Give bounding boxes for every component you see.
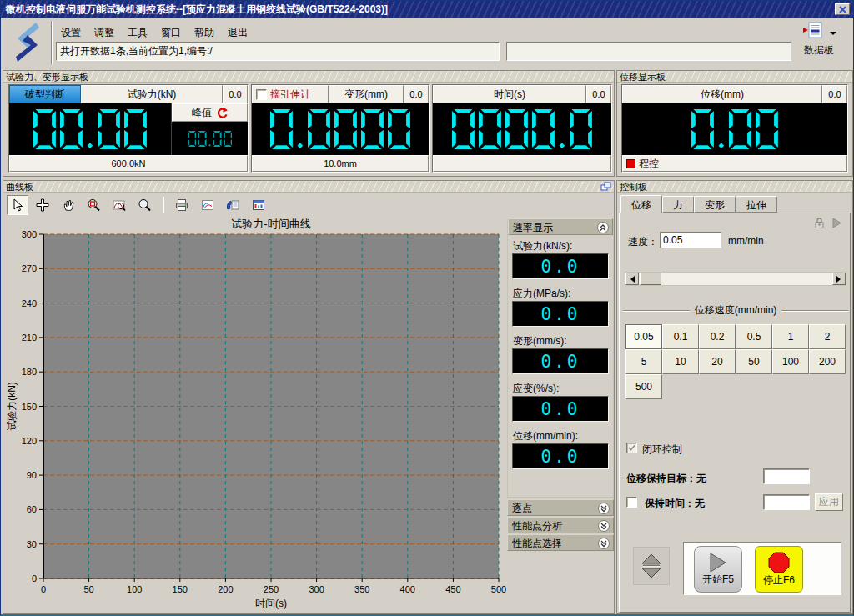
- jog-updown-button[interactable]: [633, 547, 670, 585]
- float-panel-icon[interactable]: [600, 182, 611, 192]
- hold-time-checkbox[interactable]: [626, 497, 637, 508]
- pan-tool-button[interactable]: [58, 195, 79, 215]
- svg-text:时间(s): 时间(s): [255, 598, 287, 609]
- databoard-label: 数据板: [790, 43, 848, 58]
- deform-header-bar: 变形(mm): [329, 85, 404, 103]
- curve-copy-button[interactable]: [222, 195, 244, 215]
- displacement-display: [622, 103, 847, 155]
- tab-deformation[interactable]: 变形: [694, 196, 736, 213]
- svg-text:300: 300: [22, 229, 37, 239]
- chevron-down-double-icon: [600, 504, 608, 513]
- crosshair-icon: [36, 198, 49, 212]
- curve-toolbar: [5, 194, 612, 217]
- svg-text:0: 0: [41, 584, 46, 594]
- rate-collapse-button[interactable]: [597, 222, 609, 233]
- scrollbar-left-button[interactable]: [625, 273, 639, 285]
- chart-canvas: 0306090120150180210240270300050100150200…: [5, 218, 507, 613]
- speed-button-2[interactable]: 2: [809, 324, 846, 349]
- speed-button-0.5[interactable]: 0.5: [736, 324, 772, 349]
- speed-button-50[interactable]: 50: [736, 349, 772, 374]
- speed-button-10[interactable]: 10: [662, 349, 699, 374]
- speed-input[interactable]: [660, 232, 721, 248]
- hold-time-input[interactable]: [763, 494, 810, 510]
- data-window-button[interactable]: [248, 195, 269, 215]
- extensometer-checkbox[interactable]: [256, 89, 267, 100]
- cursor-tool-button[interactable]: [7, 195, 28, 215]
- time-display: [433, 103, 611, 155]
- speed-label: 速度：: [628, 235, 658, 249]
- rate-panel-header: 速率显示: [508, 218, 613, 235]
- databoard-button[interactable]: 数据板: [790, 22, 848, 65]
- close-button[interactable]: [835, 3, 850, 15]
- speed-button-20[interactable]: 20: [699, 349, 736, 374]
- deform-display: [252, 103, 429, 155]
- scrollbar-thumb[interactable]: [640, 273, 661, 285]
- speed-button-5[interactable]: 5: [625, 349, 662, 374]
- speed-button-0.1[interactable]: 0.1: [662, 324, 699, 349]
- curve-style-button[interactable]: [197, 195, 219, 215]
- speed-button-200[interactable]: 200: [809, 349, 846, 374]
- svg-text:240: 240: [22, 298, 37, 308]
- play-icon: [709, 553, 727, 573]
- crosshair-tool-button[interactable]: [32, 195, 53, 215]
- menu-item-settings[interactable]: 设置: [61, 27, 81, 38]
- hold-target-input[interactable]: [763, 468, 810, 484]
- displacement-tab-page: 速度： mm/min 位移速度(mm/min) 0.05 0.1 0.2 0.5…: [619, 213, 851, 613]
- stop-button[interactable]: 停止F6: [755, 546, 803, 593]
- force-time-chart[interactable]: 0306090120150180210240270300050100150200…: [5, 218, 507, 613]
- triangle-right-icon: [836, 276, 844, 283]
- break-detect-toggle[interactable]: 破型判断: [9, 85, 81, 103]
- apply-button[interactable]: 应用: [815, 493, 843, 511]
- svg-text:450: 450: [445, 584, 460, 594]
- expand-button[interactable]: [598, 520, 610, 532]
- closed-loop-checkbox[interactable]: [626, 443, 637, 453]
- run-arrow-icon[interactable]: [832, 218, 841, 228]
- svg-text:120: 120: [22, 436, 37, 446]
- zoom-region-tool-button[interactable]: [83, 195, 104, 215]
- displacement-aux-value: 0.0: [822, 85, 847, 103]
- curve-inspect-tool-button[interactable]: [108, 195, 130, 215]
- check-icon: [628, 444, 635, 452]
- scrollbar-right-button[interactable]: [832, 273, 846, 285]
- collapsed-panel-selection[interactable]: 性能点选择: [507, 534, 614, 551]
- toolbar-divider: [163, 197, 164, 213]
- expand-button[interactable]: [598, 503, 610, 514]
- deform-aux-value: 0.0: [404, 85, 429, 103]
- print-button[interactable]: [171, 195, 193, 215]
- window-title: 微机控制电液伺服万能试验机测控系统--[预应力混凝土用钢绞线试验(GB/T522…: [6, 3, 388, 15]
- svg-text:0: 0: [32, 573, 37, 583]
- start-stop-group: 开始F5 停止F6: [683, 542, 841, 595]
- top-toolbar: 设置调整工具窗口帮助退出 共打开数据1条,当前位置为1,编号:/ 数据板: [1, 18, 853, 68]
- menu-item-adjust[interactable]: 调整: [94, 27, 114, 38]
- app-window: 微机控制电液伺服万能试验机测控系统--[预应力混凝土用钢绞线试验(GB/T522…: [0, 0, 854, 616]
- expand-button[interactable]: [598, 538, 610, 549]
- svg-text:180: 180: [22, 367, 37, 377]
- zoom-out-tool-button[interactable]: [133, 195, 155, 215]
- program-control-label: 程控: [639, 157, 659, 171]
- tab-tension[interactable]: 拉伸: [736, 196, 777, 213]
- peak-reset-icon[interactable]: [216, 108, 228, 118]
- tab-displacement[interactable]: 位移: [620, 195, 662, 213]
- menu-item-tools[interactable]: 工具: [128, 27, 148, 38]
- collapsed-panel-analysis[interactable]: 性能点分析: [507, 517, 614, 533]
- displacement-header-bar: 位移(mm): [622, 85, 822, 103]
- menu-item-exit[interactable]: 退出: [228, 27, 248, 38]
- svg-text:270: 270: [22, 263, 37, 273]
- speed-button-100[interactable]: 100: [772, 349, 809, 374]
- speed-button-500[interactable]: 500: [625, 374, 662, 399]
- time-header-bar: 时间(s): [433, 85, 586, 103]
- databoard-dropdown-caret: [830, 32, 836, 38]
- force-display: [9, 103, 171, 155]
- menu-item-help[interactable]: 帮助: [194, 27, 214, 38]
- speed-button-0.2[interactable]: 0.2: [699, 324, 736, 349]
- curve-inspect-icon: [113, 198, 126, 212]
- tab-force[interactable]: 力: [662, 196, 694, 213]
- speed-button-1[interactable]: 1: [772, 324, 809, 349]
- app-logo: [8, 20, 44, 65]
- start-button[interactable]: 开始F5: [694, 546, 742, 593]
- collapsed-panel-pointwise[interactable]: 逐点: [507, 499, 614, 516]
- menu-item-window[interactable]: 窗口: [161, 27, 181, 38]
- speed-button-0.05[interactable]: 0.05: [625, 324, 662, 349]
- speed-scrollbar[interactable]: [625, 272, 846, 286]
- deform-range-bar: 10.0mm: [252, 155, 429, 172]
